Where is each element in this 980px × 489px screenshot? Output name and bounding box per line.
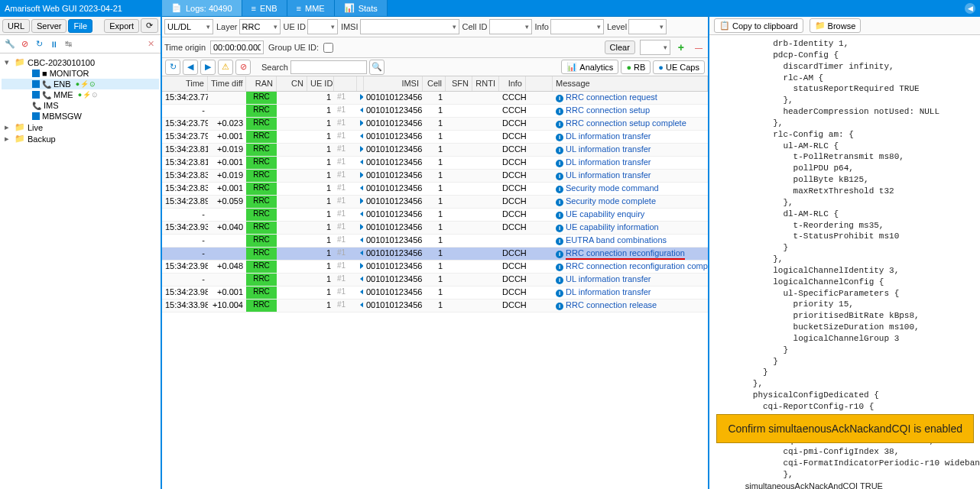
uldl-select[interactable]: UL/DL [164,19,213,34]
tab-mme[interactable]: ≡MME [287,0,335,16]
server-button[interactable]: Server [31,19,67,33]
info-icon: i [556,108,563,115]
table-row[interactable]: 15:34:33.989+10.004RRC1#1001010123456789… [162,300,708,313]
search-input[interactable] [290,60,367,74]
dot-icon: ● [658,63,664,72]
level-label: Level [607,22,627,31]
info-icon: i [556,121,563,128]
table-row[interactable]: 15:34:23.985+0.001RRC1#10010101234567891… [162,287,708,300]
ueid-label: UE ID [284,22,306,31]
tree-item-enb[interactable]: 📞ENB●⚡⊙ [2,79,159,89]
time-origin-input[interactable] [210,40,264,54]
tree-item-ims[interactable]: 📞IMS [2,100,159,111]
file-button[interactable]: File [68,19,92,33]
info-icon: i [556,251,563,258]
info-icon: i [556,225,563,232]
tree-live[interactable]: ▸📁Live [2,121,159,133]
tree-backup[interactable]: ▸📁Backup [2,133,159,144]
annotation-callout: Confirm simultaenousAckNackandCQI is ena… [716,414,974,443]
remove-filter-icon[interactable]: — [692,44,706,52]
tab-stats[interactable]: 📊Stats [335,0,388,16]
layer-select[interactable]: RRC [239,19,281,34]
tree-item-mbmsgw[interactable]: MBMSGW [2,111,159,121]
cellid-select[interactable] [489,19,532,34]
tree-root[interactable]: ▾📁CBC-2023010100 [2,57,159,68]
uecaps-button[interactable]: ●UE Caps [653,60,705,74]
refresh-icon[interactable]: ↻ [34,39,44,50]
nav-prev-icon[interactable]: ◀ [183,60,198,75]
tree-item-mme[interactable]: 📞MME●⚡⊙ [2,89,159,100]
close-icon[interactable]: ✕ [145,39,156,50]
nav-next-icon[interactable]: ▶ [200,60,216,75]
info-icon: i [556,212,563,219]
search-label: Search [261,63,288,72]
source-tree: ▾📁CBC-2023010100 ■MONITOR 📞ENB●⚡⊙ 📞MME●⚡… [0,53,161,489]
info-icon: i [556,186,563,193]
url-button[interactable]: URL [2,19,30,33]
table-row[interactable]: 15:34:23.837+0.001RRC1#10010101234567891… [162,183,708,196]
collapse-left-icon[interactable]: ◀ [965,3,975,14]
table-row[interactable]: 15:34:23.817+0.001RRC1#10010101234567891… [162,157,708,170]
ueid-select[interactable] [307,19,338,34]
info-icon: i [556,134,563,141]
warning-icon[interactable]: ⚠ [218,60,233,75]
detail-panel: 📋Copy to clipboard 📁Browse drb-Identity … [709,17,980,489]
top-tabs: 📄Logs: 40490 ≡ENB ≡MME 📊Stats [162,0,708,17]
table-row[interactable]: 15:34:23.816+0.019RRC1#10010101234567891… [162,144,708,157]
binoculars-icon[interactable]: 🔍 [369,60,385,75]
info-icon: i [556,264,563,271]
folder-icon: 📁 [815,21,826,31]
left-panel: URL Server File Export ⟳ 🔧 ⊘ ↻ ⏸ ↹ ✕ ▾📁C… [0,17,162,489]
table-row[interactable]: -RRC1#10010101234567891DCCHiUE capabilit… [162,209,708,222]
table-row[interactable]: 15:34:23.796+0.023RRC1#10010101234567891… [162,118,708,131]
error-icon[interactable]: ⊘ [235,60,251,75]
file-icon: 📄 [171,3,182,13]
export-settings-icon[interactable]: ⟳ [141,18,158,33]
clear-button[interactable]: Clear [605,40,635,54]
pause-icon[interactable]: ⏸ [48,39,59,50]
tree-item-monitor[interactable]: ■MONITOR [2,68,159,79]
table-row[interactable]: -RRC1#10010101234567891iEUTRA band combi… [162,235,708,248]
table-row[interactable]: -RRC1#10010101234567891DCCHiRRC connecti… [162,248,708,261]
level-select[interactable] [628,19,667,34]
table-row[interactable]: 15:34:23.936+0.040RRC1#10010101234567891… [162,222,708,235]
info-select[interactable] [550,19,604,34]
table-row[interactable]: 15:34:23.773RRC1#10010101234567891CCCHiR… [162,92,708,105]
table-row[interactable]: 15:34:23.984+0.048RRC1#10010101234567891… [162,261,708,274]
indent-icon[interactable]: ↹ [63,39,73,50]
info-label: Info [535,22,549,31]
browse-button[interactable]: 📁Browse [810,18,862,33]
source-toolbar: URL Server File Export ⟳ [0,17,161,35]
cellid-label: Cell ID [462,22,488,31]
info-icon: i [556,173,563,180]
table-row[interactable]: 15:34:23.797+0.001RRC1#10010101234567891… [162,131,708,144]
copy-icon: 📋 [719,21,730,31]
rb-button[interactable]: ●RB [621,60,651,74]
tab-enb[interactable]: ≡ENB [242,0,287,16]
add-filter-icon[interactable]: + [675,41,687,53]
log-panel: 📄Logs: 40490 ≡ENB ≡MME 📊Stats UL/DL Laye… [162,17,709,489]
refresh-grid-icon[interactable]: ↻ [165,60,180,75]
log-grid[interactable]: TimeTime diffRANCNUE IDIMSICellSFNRNTIIn… [162,76,708,489]
dot-icon: ● [626,63,631,72]
export-button[interactable]: Export [104,19,139,33]
copy-clipboard-button[interactable]: 📋Copy to clipboard [714,18,803,33]
imsi-select[interactable] [360,19,459,34]
clear-ext-select[interactable] [640,40,670,55]
list-icon: ≡ [251,4,256,13]
list-icon: ≡ [297,4,301,13]
time-origin-label: Time origin [164,43,206,52]
filter-row-2: Time origin Group UE ID: Clear + — [162,37,708,58]
group-ueid-label: Group UE ID: [268,43,319,52]
analytics-button[interactable]: 📊Analytics [561,60,618,74]
table-row[interactable]: 15:34:23.836+0.019RRC1#10010101234567891… [162,170,708,183]
wrench-icon[interactable]: 🔧 [5,39,15,50]
filter-row-1: UL/DL LayerRRC UE ID IMSI Cell ID Info L… [162,17,708,37]
table-row[interactable]: 15:34:23.896+0.059RRC1#10010101234567891… [162,196,708,209]
info-icon: i [556,238,563,245]
tab-logs[interactable]: 📄Logs: 40490 [162,0,242,16]
group-ueid-checkbox[interactable] [323,43,333,53]
stop-icon[interactable]: ⊘ [19,39,30,50]
table-row[interactable]: -RRC1#10010101234567891DCCHiUL informati… [162,274,708,287]
table-row[interactable]: -RRC1#10010101234567891CCCHiRRC connecti… [162,105,708,118]
